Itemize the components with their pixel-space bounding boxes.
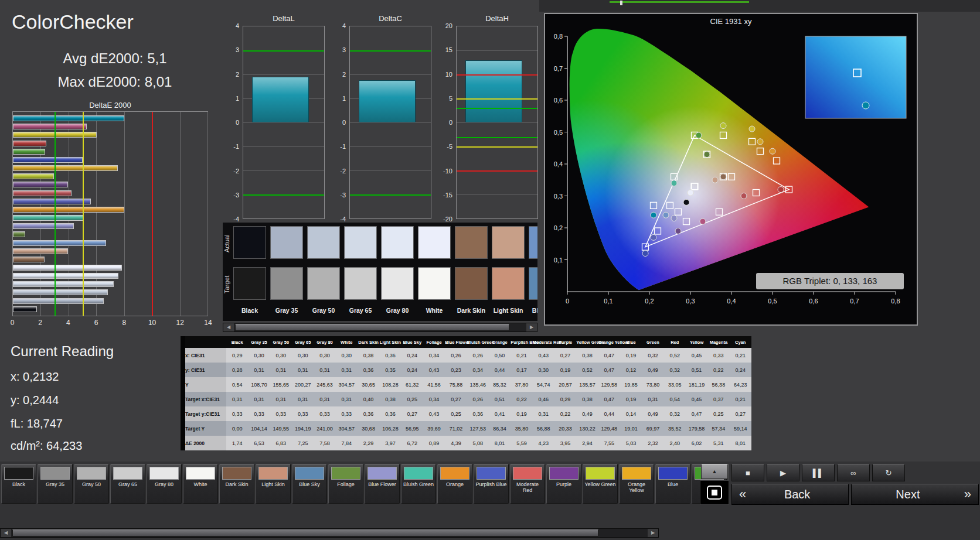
scrollbar-thumb[interactable]: [12, 529, 598, 536]
gridline: [243, 122, 324, 123]
measured-point-foliage: [704, 152, 710, 158]
patch-button-yellow-green[interactable]: Yellow Green: [583, 464, 618, 504]
cell: 0,30: [292, 348, 314, 363]
limit-line: [457, 74, 537, 76]
patch-button-purplish-blue[interactable]: Purplish Blue: [474, 464, 509, 504]
scroll-left-button[interactable]: ◀: [1, 529, 11, 537]
patch-button-orange-yellow[interactable]: Orange Yellow: [619, 464, 654, 504]
cell: 0,47: [598, 348, 620, 363]
chart-title: DeltaC: [349, 14, 431, 23]
patch-swatch: [368, 467, 397, 480]
patch-button-blue-flower[interactable]: Blue Flower: [365, 464, 400, 504]
scrollbar-thumb[interactable]: [235, 324, 509, 331]
cell: 73,80: [642, 377, 663, 392]
x-tick-label: 6: [94, 319, 98, 327]
play-button[interactable]: ▶: [767, 464, 799, 481]
patch-button-orange[interactable]: Orange: [437, 464, 472, 504]
delta-e-bars: [13, 113, 207, 315]
stop-button[interactable]: ■: [731, 464, 764, 481]
cell: 0,31: [642, 392, 663, 406]
limit-line: [243, 50, 324, 52]
patch-button-white[interactable]: White: [183, 464, 218, 504]
bar-row-orange: [13, 207, 207, 213]
bottom-scrollbar[interactable]: ◀ ▶: [0, 528, 659, 538]
cell: 0,12: [620, 363, 642, 377]
patch-button-gray-50[interactable]: Gray 50: [74, 464, 109, 504]
y-tick-label: -1: [233, 143, 239, 150]
cell: 0,49: [576, 406, 598, 421]
pause-button[interactable]: ▌▌: [802, 464, 835, 481]
bar-row-bluish-green: [13, 215, 207, 221]
patch-label: Dark Skin: [220, 481, 254, 487]
progress-marker: [620, 1, 622, 5]
bar-bluish-green: [13, 215, 83, 221]
cell: 179,58: [686, 421, 707, 436]
patch-button-purple[interactable]: Purple: [546, 464, 581, 504]
scroll-left-button[interactable]: ◀: [223, 323, 234, 331]
patch-button-blue[interactable]: Blue: [655, 464, 690, 504]
cell: 7,58: [314, 436, 335, 450]
patch-button-gray-35[interactable]: Gray 35: [38, 464, 73, 504]
refresh-button[interactable]: ↻: [872, 464, 905, 481]
gridline: [243, 74, 324, 75]
scroll-right-button[interactable]: ▶: [648, 529, 658, 537]
x-tick-label: 0,8: [891, 298, 900, 305]
swatch-label: Light Skin: [489, 307, 527, 314]
cell: 0,31: [270, 363, 292, 377]
col-header-foliage: Foliage: [423, 336, 445, 348]
bar-blue-flower: [13, 223, 74, 229]
back-button[interactable]: « Back: [731, 484, 849, 505]
cell: 0,51: [489, 392, 511, 406]
cell: 0,24: [401, 363, 423, 377]
col-header-purplish-blue: Purplish Blue: [511, 336, 532, 348]
y-tick-label: 4: [236, 22, 239, 29]
next-button[interactable]: Next »: [851, 484, 979, 505]
measurement-table-wrap: BlackGray 35Gray 50Gray 65Gray 80WhiteDa…: [181, 336, 753, 450]
col-header-gray-35: Gray 35: [248, 336, 270, 348]
y-tick-label: -2: [340, 168, 346, 175]
measured-point-purple: [675, 228, 681, 234]
target-swatch-light-skin: [492, 267, 525, 300]
patch-swatch: [77, 467, 106, 480]
cell: 57,34: [707, 421, 729, 436]
patch-button-black[interactable]: Black: [1, 464, 36, 504]
swatch-scrollbar[interactable]: ◀ ▶: [223, 323, 537, 332]
delta-h-chart: DeltaH -20-15-10-505101520: [436, 14, 540, 220]
cell: 20,33: [554, 421, 576, 436]
bar-row-magenta: [13, 124, 207, 129]
bar-row-yellow: [13, 132, 207, 138]
patch-button-moderate-red[interactable]: Moderate Red: [510, 464, 545, 504]
limit-line: [457, 108, 537, 109]
patch-button-bluish-green[interactable]: Bluish Green: [401, 464, 436, 504]
cell: 0,46: [533, 392, 554, 406]
patch-button-blue-sky[interactable]: Blue Sky: [292, 464, 327, 504]
actual-swatch-gray-35: [270, 226, 303, 259]
scroll-right-button[interactable]: ▶: [526, 323, 537, 331]
cell: 104,14: [248, 421, 270, 436]
transport-controls: ■▶▌▌∞↻: [731, 464, 905, 481]
cell: 0,33: [226, 406, 248, 421]
patch-label: Black: [2, 481, 36, 487]
rgb-triplet-text: RGB Triplet: 0, 133, 163: [783, 276, 877, 286]
pattern-window-button[interactable]: [700, 480, 729, 505]
limit-line: [457, 170, 537, 172]
patch-button-dark-skin[interactable]: Dark Skin: [219, 464, 254, 504]
cell: 0,37: [707, 392, 729, 406]
actual-swatch-gray-65: [344, 226, 377, 259]
patch-button-gray-65[interactable]: Gray 65: [110, 464, 145, 504]
bar-moderate-red: [13, 190, 72, 196]
continuous-button[interactable]: ∞: [837, 464, 870, 481]
cell: 30,65: [358, 377, 379, 392]
bar-row-gray-50: [13, 289, 207, 295]
patch-button-foliage[interactable]: Foliage: [328, 464, 363, 504]
patch-button-light-skin[interactable]: Light Skin: [256, 464, 291, 504]
delta-bar: [359, 80, 416, 122]
cell: 0,30: [270, 348, 292, 363]
cell: 0,29: [226, 348, 248, 363]
cell: 0,36: [467, 406, 489, 421]
collapse-up-button[interactable]: ▲: [701, 464, 728, 479]
patch-button-gray-80[interactable]: Gray 80: [147, 464, 182, 504]
cell: 0,34: [423, 392, 445, 406]
x-tick-label: 0: [11, 319, 15, 327]
patch-label: Light Skin: [256, 481, 290, 487]
